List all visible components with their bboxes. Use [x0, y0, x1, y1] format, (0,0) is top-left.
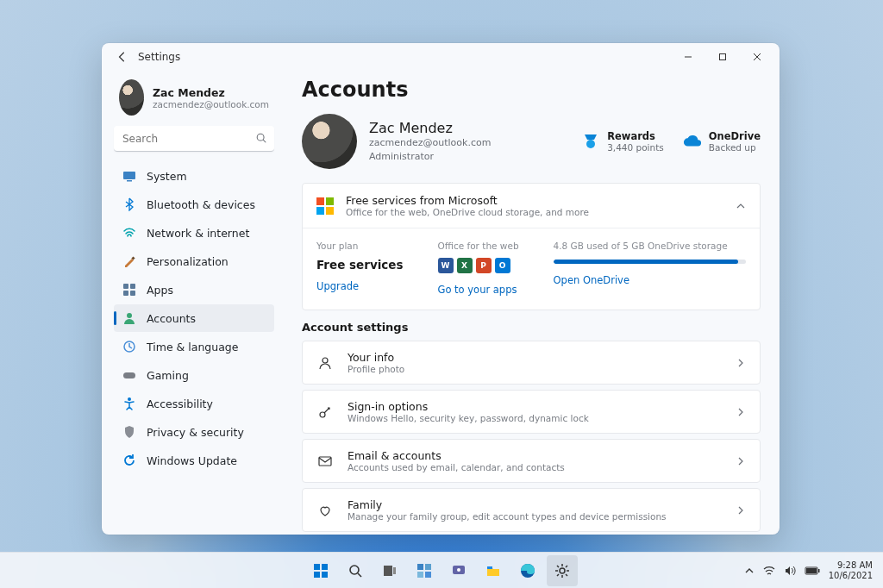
search-box[interactable]	[114, 126, 274, 152]
svg-rect-10	[130, 291, 135, 296]
nav-label: Network & internet	[147, 227, 249, 240]
tb-chat[interactable]	[443, 555, 474, 586]
nav-privacy[interactable]: Privacy & security	[114, 418, 274, 446]
accessibility-icon	[122, 397, 136, 410]
row-email[interactable]: Email & accountsAccounts used by email, …	[302, 439, 761, 483]
row-title: Family	[348, 498, 667, 511]
nav-update[interactable]: Windows Update	[114, 447, 274, 474]
tray-date: 10/6/2021	[829, 571, 873, 581]
titlebar: Settings	[102, 43, 780, 71]
outlook-icon: O	[495, 258, 510, 273]
search-input[interactable]	[114, 126, 274, 152]
row-signin[interactable]: Sign-in optionsWindows Hello, security k…	[302, 390, 761, 434]
svg-rect-22	[322, 572, 328, 578]
svg-rect-29	[417, 572, 423, 578]
nav-accounts[interactable]: Accounts	[114, 304, 274, 332]
open-onedrive-link[interactable]: Open OneDrive	[554, 274, 746, 286]
svg-rect-26	[393, 567, 396, 574]
onedrive-tile[interactable]: OneDriveBacked up	[683, 130, 761, 153]
main-content: Accounts Zac Mendez zacmendez@outlook.co…	[283, 71, 780, 535]
network-icon	[122, 226, 136, 240]
svg-line-24	[358, 573, 361, 577]
svg-rect-20	[322, 564, 328, 570]
chevron-right-icon	[736, 407, 746, 417]
nav-personalization[interactable]: Personalization	[114, 247, 274, 275]
services-header[interactable]: Free services from Microsoft Office for …	[303, 184, 760, 228]
svg-rect-1	[720, 54, 726, 60]
start-button[interactable]	[305, 555, 336, 586]
storage-label: 4.8 GB used of 5 GB OneDrive storage	[554, 241, 746, 251]
nav-system[interactable]: System	[114, 162, 274, 190]
maximize-button[interactable]	[705, 45, 740, 69]
page-heading: Accounts	[302, 78, 761, 102]
go-apps-link[interactable]: Go to your apps	[438, 284, 519, 296]
system-icon	[122, 169, 136, 183]
services-title: Free services from Microsoft	[346, 194, 589, 207]
row-your-info[interactable]: Your infoProfile photo	[302, 341, 761, 385]
svg-point-23	[350, 566, 359, 574]
person-icon	[316, 354, 334, 372]
upgrade-link[interactable]: Upgrade	[316, 280, 404, 292]
svg-rect-30	[425, 572, 431, 578]
sidebar-profile[interactable]: Zac Mendez zacmendez@outlook.com	[114, 74, 274, 126]
svg-point-15	[586, 140, 595, 148]
onedrive-sub: Backed up	[709, 142, 761, 153]
tray-wifi-icon[interactable]	[763, 565, 775, 577]
settings-window: Settings Zac Mendez zacmendez@outlook.co…	[102, 43, 780, 535]
nav-gaming[interactable]: Gaming	[114, 361, 274, 389]
time-icon	[122, 340, 136, 353]
row-family[interactable]: FamilyManage your family group, edit acc…	[302, 488, 761, 532]
tray-battery-icon[interactable]	[805, 566, 820, 575]
office-column: Office for the web W X P O Go to your ap…	[438, 241, 519, 296]
nav-label: Personalization	[147, 255, 229, 268]
svg-point-2	[257, 134, 264, 141]
svg-line-3	[263, 140, 266, 142]
window-title: Settings	[138, 51, 180, 63]
plan-column: Your plan Free services Upgrade	[316, 241, 404, 296]
nav-bluetooth[interactable]: Bluetooth & devices	[114, 191, 274, 218]
onedrive-icon	[683, 132, 702, 151]
row-title: Sign-in options	[348, 400, 589, 413]
nav-label: Gaming	[147, 369, 189, 382]
tb-search[interactable]	[340, 555, 371, 586]
nav-label: Windows Update	[147, 454, 237, 467]
svg-rect-9	[123, 291, 128, 296]
tb-taskview[interactable]	[374, 555, 405, 586]
nav-network[interactable]: Network & internet	[114, 219, 274, 247]
onedrive-label: OneDrive	[709, 130, 761, 142]
tray-time: 9:28 AM	[829, 560, 873, 571]
back-button[interactable]	[112, 47, 133, 67]
hero-role: Administrator	[369, 150, 491, 163]
tray-clock[interactable]: 9:28 AM 10/6/2021	[829, 560, 873, 581]
svg-rect-28	[425, 564, 431, 570]
close-button[interactable]	[740, 45, 774, 69]
hero-email: zacmendez@outlook.com	[369, 136, 491, 149]
tb-edge[interactable]	[512, 555, 543, 586]
tb-explorer[interactable]	[478, 555, 509, 586]
gaming-icon	[122, 368, 136, 382]
chevron-right-icon	[736, 505, 746, 516]
word-icon: W	[438, 258, 454, 273]
rewards-tile[interactable]: Rewards3,440 points	[581, 130, 664, 153]
search-icon	[255, 132, 267, 144]
nav-label: Bluetooth & devices	[147, 198, 255, 211]
family-icon	[316, 502, 334, 519]
row-sub: Manage your family group, edit account t…	[348, 511, 667, 522]
tb-settings[interactable]	[547, 555, 578, 586]
rewards-icon	[581, 132, 600, 151]
minimize-button[interactable]	[671, 45, 705, 69]
microsoft-logo-icon	[316, 197, 334, 215]
svg-rect-38	[818, 569, 820, 572]
row-sub: Windows Hello, security key, password, d…	[348, 413, 589, 423]
nav: System Bluetooth & devices Network & int…	[114, 162, 274, 474]
office-label: Office for the web	[438, 241, 519, 251]
avatar	[302, 114, 357, 169]
tray-chevron-icon[interactable]	[744, 566, 755, 576]
taskbar: 9:28 AM 10/6/2021	[0, 552, 883, 588]
tb-widgets[interactable]	[409, 555, 440, 586]
nav-apps[interactable]: Apps	[114, 276, 274, 303]
nav-accessibility[interactable]: Accessibility	[114, 390, 274, 417]
tray-volume-icon[interactable]	[784, 565, 796, 577]
plan-label: Your plan	[316, 241, 404, 251]
nav-time[interactable]: Time & language	[114, 333, 274, 360]
